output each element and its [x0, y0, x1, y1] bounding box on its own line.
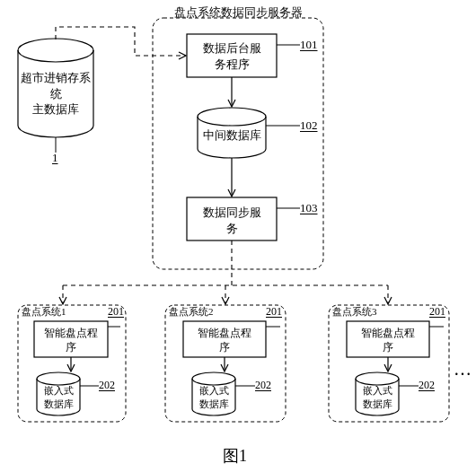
server-sync-label: 数据同步服 务: [187, 205, 277, 236]
client3-db-label: 嵌入式 数据库: [356, 384, 399, 411]
svg-point-7: [37, 372, 80, 385]
client3-title: 盘点系统3: [332, 305, 377, 318]
main-db-ref: 1: [52, 151, 58, 165]
svg-point-9: [356, 372, 399, 385]
client1-title: 盘点系统1: [22, 305, 66, 318]
client3-prog-label: 智能盘点程 序: [347, 326, 429, 354]
client1-db-ref: 202: [99, 379, 115, 392]
main-db-label: 超市进销存系统 主数据库: [19, 70, 93, 118]
client2-db-ref: 202: [255, 379, 271, 392]
client3-prog-ref: 201: [429, 305, 445, 319]
server-sync-ref: 103: [300, 201, 318, 215]
server-mid-db-label: 中间数据库: [198, 127, 266, 144]
svg-point-8: [192, 372, 235, 385]
client2-db-label: 嵌入式 数据库: [192, 384, 235, 411]
server-backend-ref: 101: [300, 38, 318, 52]
client3-db-ref: 202: [419, 379, 435, 392]
server-mid-db-ref: 102: [300, 118, 318, 133]
server-title: 盘点系统数据同步服务器: [153, 5, 323, 21]
server-backend-label: 数据后台服 务程序: [187, 40, 277, 72]
ellipsis: …: [454, 357, 472, 380]
distribution-bus: [63, 240, 388, 303]
client1-prog-ref: 201: [108, 305, 124, 319]
figure-caption: 图1: [223, 445, 247, 467]
client1-db-label: 嵌入式 数据库: [37, 384, 80, 411]
arrow-maindb-to-backend: [56, 27, 185, 56]
client2-prog-label: 智能盘点程 序: [183, 326, 266, 354]
svg-point-1: [198, 108, 266, 126]
client2-prog-ref: 201: [266, 305, 282, 319]
diagram-figure-1: 超市进销存系统 主数据库 1 盘点系统数据同步服务器 数据后台服 务程序 101…: [0, 0, 476, 472]
svg-point-0: [18, 39, 93, 62]
client2-title: 盘点系统2: [169, 305, 214, 318]
client1-prog-label: 智能盘点程 序: [34, 326, 108, 354]
